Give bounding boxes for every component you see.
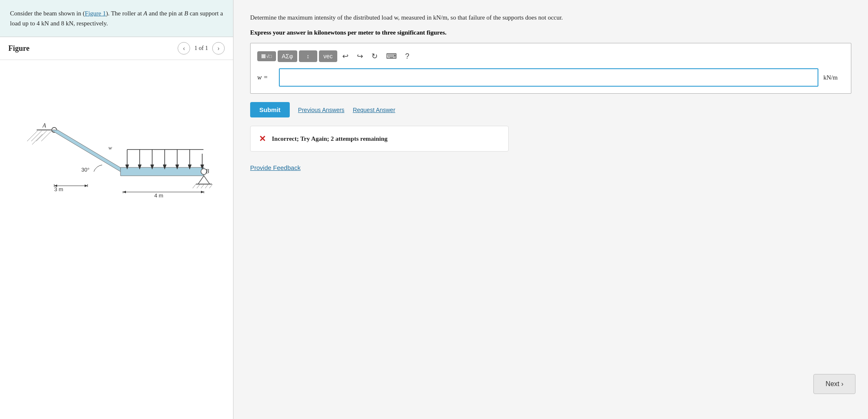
svg-line-27: [209, 184, 213, 188]
svg-line-3: [27, 131, 38, 141]
figure-next-button[interactable]: ›: [212, 42, 225, 55]
svg-line-4: [32, 134, 43, 145]
svg-text:B: B: [206, 168, 209, 175]
svg-line-26: [205, 184, 208, 188]
next-button[interactable]: Next ›: [813, 374, 855, 394]
toolbar: √□ ΑΣφ ↕ vec ↩ ↪ ↻ ⌨ ?: [257, 50, 844, 62]
svg-marker-41: [201, 191, 204, 193]
svg-line-24: [197, 184, 200, 188]
greek-symbols-button[interactable]: ΑΣφ: [278, 50, 297, 62]
input-row: w = kN/m: [257, 68, 844, 87]
help-button[interactable]: ?: [402, 50, 413, 62]
right-panel: Determine the maximum intensity of the d…: [233, 0, 868, 419]
svg-line-0: [31, 131, 42, 141]
problem-text-before-link: Consider the beam shown in (: [10, 10, 85, 17]
svg-text:w: w: [108, 145, 112, 151]
error-icon: ✕: [259, 134, 266, 144]
svg-marker-40: [123, 191, 126, 193]
figure-prev-button[interactable]: ‹: [178, 42, 190, 55]
question-main-text: Determine the maximum intensity of the d…: [250, 12, 851, 22]
error-box: ✕ Incorrect; Try Again; 2 attempts remai…: [250, 126, 509, 152]
request-answer-link[interactable]: Request Answer: [353, 107, 395, 113]
error-message: Incorrect; Try Again; 2 attempts remaini…: [272, 135, 388, 142]
svg-text:30°: 30°: [81, 167, 90, 173]
reload-button[interactable]: ↻: [368, 50, 381, 62]
fraction-sqrt-button[interactable]: √□: [257, 51, 276, 61]
beam-diagram: w A: [17, 68, 217, 202]
svg-marker-7: [51, 130, 127, 172]
vec-button[interactable]: vec: [319, 50, 337, 62]
unit-label: kN/m: [823, 74, 844, 81]
svg-line-1: [36, 131, 47, 141]
figure-content: w A: [0, 60, 233, 210]
keyboard-button[interactable]: ⌨: [383, 50, 400, 62]
figure-counter: 1 of 1: [194, 45, 208, 52]
svg-line-23: [193, 184, 196, 188]
w-label: w =: [257, 74, 274, 81]
svg-text:3 m: 3 m: [54, 186, 63, 192]
svg-text:A: A: [42, 122, 46, 129]
previous-answers-link[interactable]: Previous Answers: [298, 107, 344, 113]
problem-statement: Consider the beam shown in (Figure 1). T…: [0, 0, 233, 37]
answer-box: √□ ΑΣφ ↕ vec ↩ ↪ ↻ ⌨ ? w = kN/m: [250, 43, 851, 94]
svg-marker-35: [85, 185, 88, 187]
question-bold-text: Express your answer in kilonewtons per m…: [250, 29, 851, 36]
actions-row: Submit Previous Answers Request Answer: [250, 102, 851, 117]
figure-section: Figure ‹ 1 of 1 ›: [0, 37, 233, 419]
svg-line-2: [41, 131, 52, 141]
figure-nav: ‹ 1 of 1 ›: [178, 42, 225, 55]
figure-link[interactable]: Figure 1: [85, 10, 106, 17]
svg-text:4 m: 4 m: [154, 192, 163, 199]
svg-line-25: [201, 184, 204, 188]
provide-feedback-link[interactable]: Provide Feedback: [250, 164, 301, 171]
figure-header: Figure ‹ 1 of 1 ›: [0, 37, 233, 60]
undo-button[interactable]: ↩: [339, 50, 352, 62]
svg-marker-21: [198, 176, 210, 184]
submit-button[interactable]: Submit: [250, 102, 290, 117]
arrow-button[interactable]: ↕: [299, 50, 317, 62]
svg-marker-8: [120, 167, 204, 176]
figure-title: Figure: [8, 44, 30, 53]
redo-button[interactable]: ↪: [354, 50, 366, 62]
answer-input[interactable]: [279, 68, 818, 87]
